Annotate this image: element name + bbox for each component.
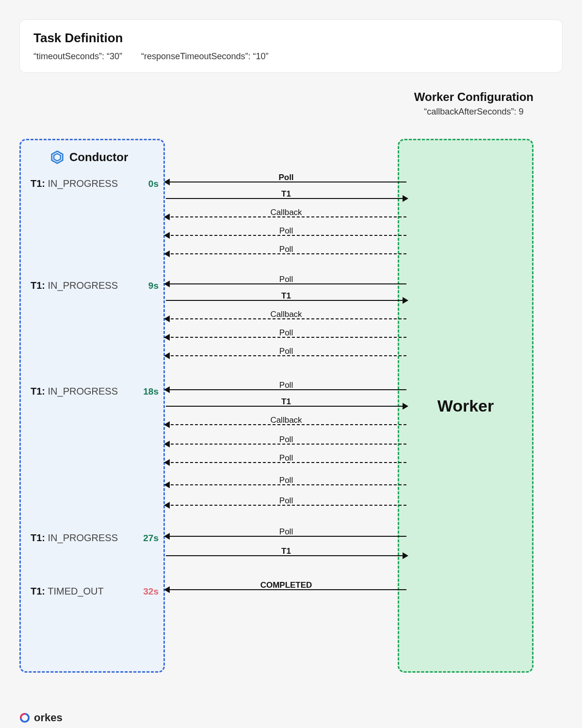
status-row: T1: IN_PROGRESS9s bbox=[31, 280, 159, 291]
status-time: 18s bbox=[143, 386, 159, 397]
status-label: T1: TIMED_OUT bbox=[31, 586, 104, 597]
status-time: 9s bbox=[148, 281, 159, 291]
message-arrow: Poll bbox=[165, 278, 407, 288]
arrow-head-icon bbox=[164, 502, 170, 509]
arrow-label: Poll bbox=[276, 527, 296, 536]
arrow-head-icon bbox=[164, 586, 170, 593]
arrow-label: T1 bbox=[278, 291, 294, 300]
status-label: T1: IN_PROGRESS bbox=[31, 280, 118, 291]
status-row: T1: IN_PROGRESS27s bbox=[31, 532, 159, 544]
message-arrow: Poll bbox=[165, 456, 407, 467]
status-label: T1: IN_PROGRESS bbox=[31, 386, 118, 397]
message-arrow: Callback bbox=[165, 313, 407, 323]
arrow-head-icon bbox=[164, 441, 170, 447]
arrow-label: Poll bbox=[276, 476, 296, 485]
arrow-head-icon bbox=[164, 179, 170, 185]
arrow-container: PollT1CallbackPollPollPollT1CallbackPoll… bbox=[165, 139, 407, 673]
status-label: T1: IN_PROGRESS bbox=[31, 178, 118, 189]
arrow-label: Callback bbox=[267, 415, 305, 425]
arrow-head-icon bbox=[164, 459, 170, 466]
status-state: TIMED_OUT bbox=[48, 586, 104, 596]
message-arrow: Poll bbox=[165, 530, 407, 541]
status-time: 27s bbox=[143, 533, 159, 544]
task-definition-card: Task Definition “timeoutSeconds”: “30” “… bbox=[19, 19, 563, 73]
message-arrow: T1 bbox=[165, 549, 407, 560]
status-task: T1: bbox=[31, 532, 45, 543]
arrow-label: Poll bbox=[276, 328, 296, 337]
worker-configuration-value: “callbackAfterSeconds”: 9 bbox=[414, 107, 534, 117]
worker-lane: Worker bbox=[398, 139, 534, 673]
message-arrow: Poll bbox=[165, 331, 407, 342]
status-task: T1: bbox=[31, 586, 45, 596]
message-arrow: Callback bbox=[165, 418, 407, 429]
kv-timeout: “timeoutSeconds”: “30” bbox=[33, 51, 122, 61]
arrow-label: Poll bbox=[276, 381, 296, 390]
orkes-text: orkes bbox=[34, 711, 63, 724]
arrow-head-icon bbox=[164, 481, 170, 488]
arrow-label: T1 bbox=[278, 546, 294, 556]
status-label: T1: IN_PROGRESS bbox=[31, 532, 118, 544]
status-state: IN_PROGRESS bbox=[48, 178, 118, 189]
worker-configuration-title: Worker Configuration bbox=[414, 90, 534, 104]
arrow-label: Poll bbox=[276, 226, 296, 235]
arrow-label: COMPLETED bbox=[258, 580, 315, 590]
conductor-label: Conductor bbox=[69, 150, 128, 164]
message-arrow: Poll bbox=[165, 176, 407, 186]
message-arrow: Callback bbox=[165, 211, 407, 221]
status-row: T1: IN_PROGRESS18s bbox=[31, 386, 159, 397]
message-arrow: Poll bbox=[165, 499, 407, 510]
status-state: IN_PROGRESS bbox=[48, 386, 118, 397]
message-arrow: COMPLETED bbox=[165, 583, 407, 594]
worker-label: Worker bbox=[437, 397, 494, 415]
arrow-head-icon bbox=[164, 214, 170, 220]
status-row: T1: IN_PROGRESS0s bbox=[31, 178, 159, 189]
arrow-head-icon bbox=[164, 315, 170, 322]
arrow-head-icon bbox=[403, 297, 408, 304]
message-arrow: Poll bbox=[165, 479, 407, 489]
arrow-label: Poll bbox=[276, 347, 296, 356]
arrow-label: Callback bbox=[267, 208, 305, 217]
arrow-label: T1 bbox=[278, 189, 294, 199]
arrow-head-icon bbox=[164, 334, 170, 341]
message-arrow: Poll bbox=[165, 383, 407, 394]
kv-response-timeout: “responseTimeoutSeconds”: “10” bbox=[141, 51, 268, 61]
status-state: IN_PROGRESS bbox=[48, 280, 118, 291]
arrow-head-icon bbox=[164, 533, 170, 540]
arrow-head-icon bbox=[164, 352, 170, 359]
conductor-title: Conductor bbox=[31, 150, 163, 165]
arrow-head-icon bbox=[164, 281, 170, 287]
svg-marker-1 bbox=[54, 154, 61, 161]
arrow-label: Poll bbox=[276, 435, 296, 444]
message-arrow: T1 bbox=[165, 400, 407, 411]
status-task: T1: bbox=[31, 178, 45, 189]
arrow-head-icon bbox=[164, 421, 170, 428]
arrow-label: T1 bbox=[278, 397, 294, 406]
status-task: T1: bbox=[31, 280, 45, 291]
arrow-head-icon bbox=[164, 250, 170, 257]
message-arrow: T1 bbox=[165, 294, 407, 305]
worker-configuration-block: Worker Configuration “callbackAfterSecon… bbox=[414, 90, 534, 117]
arrow-head-icon bbox=[403, 552, 408, 559]
status-time: 0s bbox=[148, 179, 159, 189]
arrow-label: Poll bbox=[276, 496, 296, 505]
arrow-head-icon bbox=[403, 195, 408, 202]
status-time: 32s bbox=[143, 586, 159, 597]
task-definition-values: “timeoutSeconds”: “30” “responseTimeoutS… bbox=[33, 51, 549, 62]
status-task: T1: bbox=[31, 386, 45, 397]
conductor-lane: Conductor T1: IN_PROGRESS0sT1: IN_PROGRE… bbox=[19, 139, 165, 673]
arrow-head-icon bbox=[164, 232, 170, 239]
message-arrow: Poll bbox=[165, 349, 407, 360]
task-definition-title: Task Definition bbox=[33, 31, 549, 46]
arrow-label: Poll bbox=[276, 453, 296, 463]
arrow-head-icon bbox=[403, 403, 408, 410]
sequence-diagram: Worker Configuration “callbackAfterSecon… bbox=[19, 90, 563, 702]
status-row: T1: TIMED_OUT32s bbox=[31, 586, 159, 597]
arrow-label: Poll bbox=[275, 173, 296, 182]
arrow-label: Callback bbox=[267, 310, 305, 319]
message-arrow: Poll bbox=[165, 438, 407, 448]
orkes-icon bbox=[19, 712, 30, 723]
message-arrow: Poll bbox=[165, 229, 407, 240]
arrow-label: Poll bbox=[276, 245, 296, 254]
conductor-icon bbox=[50, 150, 65, 165]
status-state: IN_PROGRESS bbox=[48, 532, 118, 543]
